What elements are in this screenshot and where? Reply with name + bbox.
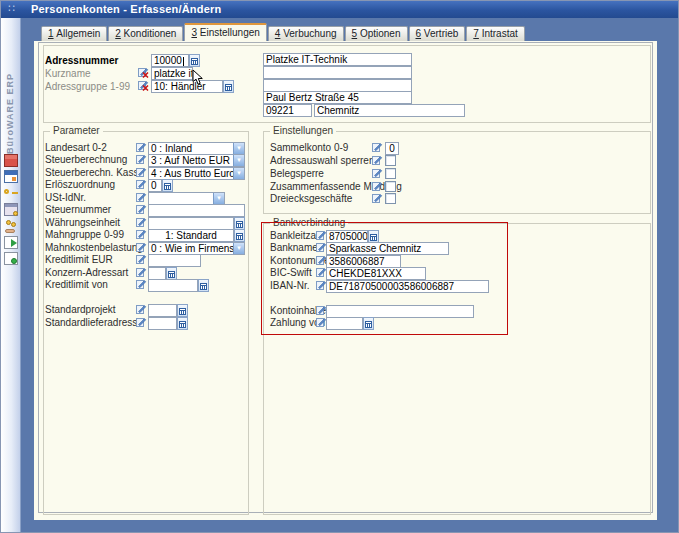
address-street-input[interactable]: Paul Bertz Straße 45 [263,91,412,104]
key-icon[interactable] [4,186,18,199]
edit-formula-red-x-icon[interactable] [138,67,149,78]
erloeszuordnung-input[interactable]: 0 [148,179,162,192]
adressauswahl-sperren-checkbox[interactable] [385,155,396,166]
kardex-icon[interactable] [4,154,18,167]
address-name-input[interactable]: Platzke IT-Technik [263,53,412,66]
chevron-down-icon[interactable]: ▼ [233,243,244,254]
address-city-input[interactable]: Chemnitz [314,104,465,117]
bankverbindung-group-title: Bankverbindung [270,218,348,228]
drag-grip-icon[interactable]: ∷ [8,2,15,15]
kreditlimit-von-input[interactable] [148,279,198,292]
green-ball-icon [11,258,17,264]
belegsperre-checkbox[interactable] [385,168,396,179]
chevron-down-icon[interactable]: ▼ [233,155,244,166]
tab-optionen[interactable]: 5 Optionen [345,26,408,41]
edit-formula-icon[interactable] [136,154,147,165]
bic-swift-value: CHEKDE81XXX [329,268,402,279]
standardlieferadresse-input[interactable] [148,317,177,330]
edit-formula-icon[interactable] [136,304,147,315]
adressnummer-label: Adressnummer [45,55,118,67]
steuernummer-input[interactable] [148,204,245,217]
coin-icon [11,222,16,227]
edit-formula-icon[interactable] [136,192,147,203]
edit-formula-icon[interactable] [136,229,147,240]
kurzname-input[interactable]: platzke it [151,67,193,80]
tab-vertrieb[interactable]: 6 Vertrieb [409,26,466,41]
edit-formula-icon[interactable] [372,155,383,166]
tab-allgemein[interactable]: 1 Allgemein [41,26,107,41]
address-city-value: Chemnitz [317,105,359,116]
sidebar: BüroWARE ERP [1,18,21,532]
erloeszuordnung-lookup-button[interactable] [162,179,173,192]
tab-mnemonic: 3 [191,27,197,38]
edit-formula-icon[interactable] [372,142,383,153]
kreditlimit-eur-input[interactable] [148,254,201,267]
page-export-icon[interactable] [4,236,18,249]
field-label: Dreiecksgeschäfte [270,193,352,205]
tab-einstellungen[interactable]: 3 Einstellungen [184,23,266,41]
sammelkonto-input[interactable]: 0 [385,142,399,155]
iban-input[interactable]: DE71870500003586006887 [326,280,489,293]
kurzname-label: Kurzname [45,68,91,80]
bic-swift-input[interactable]: CHEKDE81XXX [326,267,426,280]
field-label: Bankname [270,242,318,254]
edit-formula-icon[interactable] [372,168,383,179]
tab-label: Verbuchung [283,28,336,39]
edit-formula-red-x-icon[interactable] [138,80,149,91]
dreiecksgeschaefte-checkbox[interactable] [385,193,396,204]
mahngruppe-lookup-button[interactable] [234,229,245,242]
zahlung-von-lookup-button[interactable] [363,317,374,330]
window-icon-bar [5,171,17,175]
adressgruppe-input[interactable]: 10: Händler [151,80,223,93]
tab-konditionen[interactable]: 2 Konditionen [108,26,183,41]
bankname-input[interactable]: Sparkasse Chemnitz [326,242,449,255]
standardlieferadresse-lookup-button[interactable] [177,317,188,330]
window-titlebar[interactable]: ∷ Personenkonten - Erfassen/Ändern [1,1,678,18]
address-street-value: Paul Bertz Straße 45 [266,92,359,103]
calculator-icon[interactable] [4,203,18,216]
edit-formula-icon[interactable] [136,242,147,253]
kreditlimit-von-lookup-button[interactable] [198,279,209,292]
steuerberechnung-select[interactable]: 3 : Auf Netto EUR▼ [148,154,245,167]
chevron-down-icon[interactable]: ▼ [233,143,244,154]
edit-formula-icon[interactable] [372,181,383,192]
address-line2-input[interactable] [263,66,412,79]
standardprojekt-lookup-button[interactable] [177,304,188,317]
edit-formula-icon[interactable] [136,167,147,178]
tab-verbuchung[interactable]: 4 Verbuchung [268,26,344,41]
zusammenfassende-meldung-checkbox[interactable] [385,181,396,192]
field-label: Erlöszuordnung [45,179,115,191]
edit-formula-icon[interactable] [136,217,147,228]
tab-mnemonic: 1 [48,28,54,39]
hand-coins-icon[interactable] [4,220,18,233]
field-label: Steuerberechn. Kasse [45,167,144,179]
steuerberechn-kasse-value: 4 : Aus Brutto Euro [151,168,235,179]
window-icon-dot [12,177,16,181]
field-label: Kreditlimit EUR [45,254,113,266]
chevron-down-icon[interactable]: ▼ [213,193,224,204]
adressnummer-lookup-button[interactable] [189,54,200,67]
field-label: Belegsperre [270,168,324,180]
edit-formula-icon[interactable] [136,204,147,215]
kontonummer-value: 3586006887 [329,256,385,267]
edit-formula-icon[interactable] [372,193,383,204]
edit-formula-icon[interactable] [136,267,147,278]
tab-intrastat[interactable]: 7 Intrastat [466,26,524,41]
app-window: ∷ Personenkonten - Erfassen/Ändern BüroW… [0,0,679,533]
page-status-icon[interactable] [4,252,18,265]
zahlung-von-input[interactable] [326,317,363,330]
edit-formula-icon[interactable] [136,179,147,190]
standardprojekt-input[interactable] [148,304,177,317]
window-title: Personenkonten - Erfassen/Ändern [31,3,221,15]
window-icon[interactable] [4,170,18,183]
edit-formula-icon[interactable] [136,142,147,153]
adressnummer-input[interactable]: 10000 [151,54,189,67]
edit-formula-icon[interactable] [136,317,147,328]
edit-formula-icon[interactable] [136,279,147,290]
mahngruppe-input[interactable]: 1: Standard [148,229,234,242]
chevron-down-icon[interactable]: ▼ [233,168,244,179]
edit-formula-icon[interactable] [136,254,147,265]
adressgruppe-lookup-button[interactable] [223,80,234,93]
address-zip-input[interactable]: 09221 [263,104,312,117]
field-label: Standardprojekt [45,304,116,316]
